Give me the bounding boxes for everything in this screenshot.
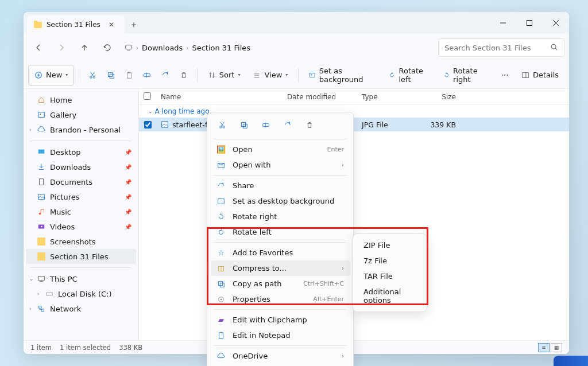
- cm-favorites[interactable]: ☆Add to Favorites: [211, 245, 350, 260]
- svg-rect-40: [162, 122, 168, 128]
- svg-point-11: [90, 76, 92, 78]
- sort-button[interactable]: Sort▾: [202, 65, 246, 85]
- details-pane-button[interactable]: Details: [516, 65, 564, 85]
- sm-7z[interactable]: 7z File: [357, 253, 423, 268]
- maximize-button[interactable]: [516, 12, 543, 34]
- chevron-right-icon: ›: [342, 353, 344, 359]
- share-button[interactable]: [157, 65, 174, 85]
- chevron-right-icon: ›: [342, 265, 344, 271]
- sidebar-item-personal[interactable]: ›Brandon - Personal: [26, 122, 136, 137]
- rotate-left-icon: [389, 71, 395, 79]
- breadcrumb-item[interactable]: Section 31 Files: [192, 44, 250, 52]
- row-checkbox[interactable]: [144, 121, 152, 129]
- file-row[interactable]: starfleet-file-47 11/27/2023 9:38 AM JPG…: [139, 118, 569, 131]
- open-icon: 🖼️: [216, 145, 226, 154]
- copy-path-icon: [216, 280, 226, 288]
- breadcrumb[interactable]: › Downloads › Section 31 Files: [120, 44, 436, 52]
- new-tab-button[interactable]: ＋: [125, 15, 143, 34]
- svg-point-42: [223, 126, 225, 129]
- svg-point-6: [551, 44, 556, 49]
- window-tab[interactable]: Section 31 Files ✕: [27, 15, 125, 34]
- cm-share[interactable]: Share: [211, 178, 350, 193]
- cm-rotate-right[interactable]: Rotate right: [211, 209, 350, 224]
- sidebar-item-music[interactable]: Music📌: [26, 204, 136, 219]
- chevron-right-icon[interactable]: ›: [37, 291, 40, 297]
- cm-open[interactable]: 🖼️OpenEnter: [211, 142, 350, 157]
- set-background-button[interactable]: Set as background: [303, 65, 382, 85]
- pin-icon: 📌: [125, 164, 131, 170]
- sidebar-item-gallery[interactable]: Gallery: [26, 107, 136, 122]
- sidebar-item-pictures[interactable]: Pictures📌: [26, 189, 136, 204]
- sidebar-item-local-disk[interactable]: ›Local Disk (C:): [26, 286, 136, 301]
- column-date[interactable]: Date modified: [283, 93, 357, 101]
- thumbnail-view-button[interactable]: ▦: [551, 343, 562, 352]
- cm-rename-button[interactable]: [257, 117, 275, 133]
- new-button[interactable]: New ▾: [28, 65, 74, 85]
- up-button[interactable]: [74, 37, 95, 58]
- details-icon: [521, 71, 529, 79]
- chevron-down-icon: ▾: [238, 72, 240, 77]
- sm-tar[interactable]: TAR File: [357, 268, 423, 284]
- cm-onedrive[interactable]: OneDrive›: [211, 348, 350, 364]
- cm-rotate-left[interactable]: Rotate left: [211, 224, 350, 240]
- rename-button[interactable]: [139, 65, 156, 85]
- view-button[interactable]: View▾: [247, 65, 293, 85]
- cut-icon: [218, 121, 226, 129]
- cm-properties[interactable]: PropertiesAlt+Enter: [211, 291, 350, 307]
- chevron-right-icon[interactable]: ›: [29, 306, 32, 312]
- details-view-button[interactable]: ≡: [538, 343, 550, 352]
- back-button[interactable]: [28, 37, 49, 58]
- svg-rect-53: [219, 281, 223, 285]
- cm-open-with[interactable]: Open with›: [211, 157, 350, 173]
- rotate-left-button[interactable]: Rotate left: [383, 65, 436, 85]
- more-button[interactable]: ⋯: [496, 65, 513, 85]
- cm-cut-button[interactable]: [213, 117, 231, 133]
- rotate-right-button[interactable]: Rotate right: [438, 65, 495, 85]
- paste-icon: [125, 71, 133, 79]
- chevron-right-icon[interactable]: ›: [29, 127, 32, 133]
- column-type[interactable]: Type: [357, 93, 415, 101]
- cm-share-button[interactable]: [278, 117, 297, 133]
- sidebar-item-network[interactable]: ›Network: [26, 301, 136, 316]
- sidebar-item-desktop[interactable]: Desktop📌: [26, 145, 136, 159]
- column-headers[interactable]: Name Date modified Type Size: [139, 89, 569, 105]
- cut-button[interactable]: [84, 65, 101, 85]
- refresh-button[interactable]: [97, 37, 118, 58]
- set-bg-label: Set as background: [319, 67, 376, 84]
- search-input[interactable]: [444, 44, 550, 52]
- cm-clipchamp[interactable]: ▰Edit with Clipchamp: [211, 312, 350, 328]
- svg-rect-4: [126, 45, 132, 49]
- cm-notepad[interactable]: Edit in Notepad: [211, 328, 350, 343]
- cm-compress[interactable]: Compress to...›: [211, 260, 350, 276]
- breadcrumb-item[interactable]: Downloads: [142, 44, 183, 52]
- delete-button[interactable]: [175, 65, 192, 85]
- cm-copy-button[interactable]: [235, 117, 253, 133]
- sidebar-item-home[interactable]: Home: [26, 92, 136, 107]
- tab-close-button[interactable]: ✕: [105, 20, 118, 30]
- chevron-down-icon[interactable]: ⌄: [29, 276, 34, 282]
- sidebar-item-downloads[interactable]: Downloads📌: [26, 159, 136, 174]
- cm-delete-button[interactable]: [300, 117, 319, 133]
- column-size[interactable]: Size: [415, 93, 461, 101]
- forward-button[interactable]: [51, 37, 72, 58]
- paste-button[interactable]: [121, 65, 138, 85]
- sidebar-item-screenshots[interactable]: Screenshots: [26, 234, 136, 249]
- select-all-checkbox[interactable]: [144, 92, 151, 100]
- sidebar-item-videos[interactable]: Videos📌: [26, 219, 136, 234]
- sm-zip[interactable]: ZIP File: [357, 237, 423, 253]
- cm-set-bg[interactable]: Set as desktop background: [211, 193, 350, 209]
- sidebar-item-section31[interactable]: Section 31 Files: [26, 249, 136, 264]
- sm-additional[interactable]: Additional options: [357, 284, 423, 308]
- copy-button[interactable]: [102, 65, 119, 85]
- column-name[interactable]: Name: [156, 93, 283, 101]
- sidebar-item-documents[interactable]: Documents📌: [26, 174, 136, 189]
- cm-copy-path[interactable]: Copy as pathCtrl+Shift+C: [211, 276, 350, 291]
- svg-rect-57: [219, 332, 223, 338]
- close-button[interactable]: [543, 12, 569, 34]
- search-box[interactable]: [438, 38, 564, 57]
- sidebar-item-this-pc[interactable]: ⌄This PC: [26, 271, 136, 286]
- picture-icon: [216, 197, 226, 205]
- svg-point-41: [220, 126, 222, 129]
- videos-icon: [37, 223, 45, 231]
- minimize-button[interactable]: [490, 12, 516, 34]
